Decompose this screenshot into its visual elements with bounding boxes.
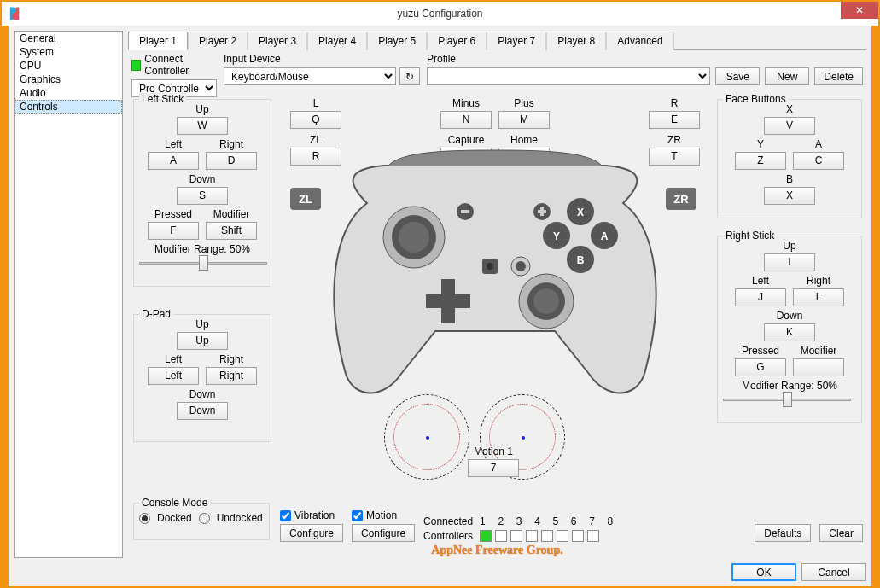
minus-button[interactable]: N: [440, 111, 492, 129]
main-panel: Player 1 Player 2 Player 3 Player 4 Play…: [128, 31, 866, 542]
window-title: yuzu Configuration: [2, 8, 878, 20]
svg-point-24: [533, 288, 559, 314]
tab-player-6[interactable]: Player 6: [427, 32, 487, 50]
controller-2-box[interactable]: [495, 530, 507, 542]
sidebar-item-graphics[interactable]: Graphics: [15, 73, 122, 86]
dpad-right-button[interactable]: Right: [206, 367, 257, 385]
refresh-input-button[interactable]: ↻: [399, 67, 420, 85]
svg-point-2: [399, 222, 429, 253]
input-device-label: Input Device: [224, 53, 420, 65]
svg-text:A: A: [601, 230, 609, 242]
face-a-button[interactable]: C: [793, 152, 844, 170]
clear-button[interactable]: Clear: [819, 524, 863, 542]
controller-7-box[interactable]: [572, 530, 584, 542]
profile-delete-button[interactable]: Delete: [814, 67, 863, 85]
sidebar-item-audio[interactable]: Audio: [15, 86, 122, 100]
left-stick-up-button[interactable]: W: [177, 117, 228, 135]
l-button[interactable]: Q: [290, 111, 341, 129]
ok-button[interactable]: OK: [731, 563, 796, 581]
face-x-button[interactable]: V: [764, 117, 815, 135]
sidebar-item-controls[interactable]: Controls: [15, 100, 122, 114]
left-stick-modifier-button[interactable]: Shift: [206, 222, 257, 240]
tab-player-2[interactable]: Player 2: [188, 32, 248, 50]
right-stick-right-button[interactable]: L: [793, 288, 844, 306]
controllers-label: Controllers: [423, 530, 476, 542]
controller-5-box[interactable]: [541, 530, 553, 542]
tab-advanced[interactable]: Advanced: [606, 32, 673, 50]
face-b-button[interactable]: X: [764, 187, 815, 205]
defaults-button[interactable]: Defaults: [755, 524, 811, 542]
vibration-configure-button[interactable]: Configure: [280, 524, 343, 542]
connect-led-icon: [131, 60, 141, 71]
svg-point-8: [487, 263, 493, 270]
right-stick-left-button[interactable]: J: [735, 288, 786, 306]
docked-radio[interactable]: [139, 513, 150, 524]
profile-new-button[interactable]: New: [765, 67, 809, 85]
category-sidebar[interactable]: General System CPU Graphics Audio Contro…: [14, 31, 123, 558]
tab-player-1[interactable]: Player 1: [128, 32, 188, 50]
dpad-title: D-Pad: [139, 308, 173, 320]
input-device-select[interactable]: Keyboard/Mouse: [224, 67, 396, 85]
face-buttons-title: Face Buttons: [723, 93, 789, 105]
app-icon: [7, 6, 22, 21]
right-stick-range-slider[interactable]: [723, 392, 851, 407]
controller-1-box[interactable]: [480, 530, 492, 542]
left-stick-left-button[interactable]: A: [148, 152, 199, 170]
close-button[interactable]: ✕: [841, 2, 878, 19]
face-y-button[interactable]: Z: [735, 152, 786, 170]
left-stick-range-slider[interactable]: [139, 255, 267, 271]
sidebar-item-system[interactable]: System: [15, 45, 122, 59]
right-stick-modifier-button[interactable]: [793, 358, 844, 376]
motion1-button[interactable]: 7: [468, 459, 519, 477]
motion-configure-button[interactable]: Configure: [352, 524, 415, 542]
player-tabs: Player 1 Player 2 Player 3 Player 4 Play…: [128, 31, 866, 50]
profile-label: Profile: [427, 53, 863, 65]
left-stick-right-button[interactable]: D: [206, 152, 257, 170]
controller-8-box[interactable]: [587, 530, 599, 542]
dpad-down-button[interactable]: Down: [177, 402, 228, 420]
right-stick-pressed-button[interactable]: G: [735, 358, 786, 376]
r-button[interactable]: E: [649, 111, 700, 129]
connected-label: Connected: [423, 515, 476, 527]
controller-3-box[interactable]: [510, 530, 522, 542]
motion1-label: Motion 1: [474, 445, 513, 457]
vibration-check[interactable]: Vibration: [280, 509, 343, 521]
connect-controller-label: Connect Controller: [144, 53, 217, 77]
titlebar: yuzu Configuration ✕: [2, 2, 878, 26]
controller-4-box[interactable]: [526, 530, 538, 542]
sidebar-item-cpu[interactable]: CPU: [15, 59, 122, 73]
svg-text:Y: Y: [553, 230, 560, 242]
svg-text:X: X: [577, 207, 584, 218]
plus-button[interactable]: M: [498, 111, 550, 129]
tab-player-5[interactable]: Player 5: [367, 32, 427, 50]
left-stick-pressed-button[interactable]: F: [148, 222, 199, 240]
face-buttons-group: Face Buttons XV YZ AC BX: [717, 99, 862, 218]
motion-check[interactable]: Motion: [352, 509, 415, 521]
tab-player-8[interactable]: Player 8: [546, 32, 606, 50]
profile-select[interactable]: [427, 67, 710, 85]
refresh-icon: ↻: [405, 71, 414, 83]
dpad-left-button[interactable]: Left: [148, 367, 199, 385]
right-stick-title: Right Stick: [723, 230, 777, 242]
controller-6-box[interactable]: [557, 530, 568, 542]
svg-rect-4: [426, 294, 470, 308]
cancel-button[interactable]: Cancel: [801, 563, 866, 581]
dpad-group: D-Pad UpUp LeftLeft RightRight DownDown: [133, 314, 271, 442]
left-stick-range-label: Modifier Range: 50%: [139, 243, 265, 255]
dpad-up-button[interactable]: Up: [177, 332, 228, 350]
tab-player-7[interactable]: Player 7: [487, 32, 546, 50]
svg-rect-6: [461, 210, 469, 213]
close-icon: ✕: [855, 4, 864, 16]
right-stick-down-button[interactable]: K: [764, 323, 815, 341]
right-stick-range-label: Modifier Range: 50%: [723, 380, 856, 392]
left-stick-down-button[interactable]: S: [177, 187, 228, 205]
right-stick-up-button[interactable]: I: [764, 253, 815, 271]
connect-controller-check[interactable]: Connect Controller: [131, 53, 217, 77]
profile-save-button[interactable]: Save: [715, 67, 760, 85]
tab-player-3[interactable]: Player 3: [248, 32, 307, 50]
tab-player-4[interactable]: Player 4: [307, 32, 367, 50]
left-stick-title: Left Stick: [139, 93, 186, 105]
watermark: AppNee Freeware Group.: [128, 544, 866, 561]
sidebar-item-general[interactable]: General: [15, 32, 122, 45]
undocked-radio[interactable]: [199, 513, 210, 524]
